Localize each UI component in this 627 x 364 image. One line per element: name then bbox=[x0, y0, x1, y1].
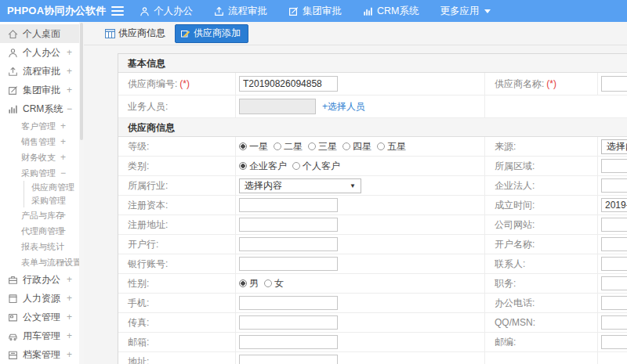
agent-mgmt-expand-icon[interactable]: + bbox=[60, 225, 66, 236]
position-input[interactable] bbox=[601, 276, 627, 290]
finance-income-expense-expand-icon[interactable]: + bbox=[60, 152, 66, 163]
sidebar-subitem-purchase-mgmt[interactable]: 采购管理− bbox=[0, 165, 82, 181]
edit-icon bbox=[7, 85, 18, 96]
sidebar-subitem-reports-stats[interactable]: 报表与统计 bbox=[0, 239, 82, 254]
source-select[interactable]: 选择内容▼ bbox=[601, 139, 627, 154]
sidebar-item-group-approval[interactable]: 集团审批+ bbox=[0, 81, 82, 99]
caret-down-icon: ▼ bbox=[350, 182, 356, 189]
radio-icon bbox=[264, 279, 272, 287]
sales-mgmt-expand-icon[interactable]: + bbox=[60, 136, 66, 147]
sidebar-item-workflow-approval[interactable]: 流程审批+ bbox=[0, 62, 82, 81]
website-input[interactable] bbox=[601, 218, 627, 232]
industry-select[interactable]: 选择内容▼ bbox=[239, 178, 361, 193]
field-label: 供应商名称: bbox=[495, 77, 544, 91]
tab-supplier-add[interactable]: 供应商添加 bbox=[175, 24, 248, 43]
sidebar-subitem-label: 供应商管理 bbox=[31, 182, 74, 193]
email-input[interactable] bbox=[239, 335, 338, 349]
form-row: 开户行:开户名称: bbox=[118, 235, 627, 254]
product-inventory-expand-icon[interactable]: + bbox=[60, 210, 66, 221]
fax-input[interactable] bbox=[239, 315, 338, 330]
sidebar-subitem-customer-mgmt[interactable]: 客户管理+ bbox=[0, 118, 82, 134]
scrollbar-thumb[interactable] bbox=[80, 23, 83, 140]
level-radios-option-4[interactable]: 五星 bbox=[377, 140, 406, 153]
mobile-input[interactable] bbox=[239, 296, 338, 310]
admin-office-expand-icon[interactable]: + bbox=[67, 274, 72, 285]
supplier-code-input[interactable] bbox=[239, 76, 338, 92]
tab-supplier-info[interactable]: 供应商信息 bbox=[105, 27, 165, 40]
sidebar-subitem-form-workflow-settings[interactable]: 表单与流程设置+ bbox=[0, 254, 82, 270]
document-mgmt-expand-icon[interactable]: + bbox=[67, 312, 72, 323]
bank-account-input[interactable] bbox=[239, 257, 338, 271]
sidebar-item-personal-desktop[interactable]: 个人桌面 bbox=[0, 24, 82, 43]
sidebar-subitem-product-inventory[interactable]: 产品与库存+ bbox=[0, 207, 82, 223]
sidebar-item-archive-mgmt[interactable]: 档案管理+ bbox=[0, 345, 82, 364]
bank-input[interactable] bbox=[239, 237, 338, 251]
label-cell: 来源: bbox=[485, 137, 598, 156]
legal-person-input[interactable] bbox=[601, 178, 627, 193]
archive-mgmt-expand-icon[interactable]: + bbox=[67, 349, 72, 360]
field-label: 等级: bbox=[128, 140, 149, 153]
category-radios-option-1[interactable]: 个人客户 bbox=[292, 160, 340, 173]
gender-radios-option-1[interactable]: 女 bbox=[264, 277, 284, 290]
vehicle-mgmt-expand-icon[interactable]: + bbox=[67, 330, 72, 341]
sidebar-item-admin-office[interactable]: 行政办公+ bbox=[0, 270, 82, 289]
section-header-supplier-info: 供应商信息 bbox=[118, 118, 627, 137]
sidebar-item-document-mgmt[interactable]: 公文管理+ bbox=[0, 308, 82, 326]
supplier-name-input[interactable] bbox=[601, 76, 627, 92]
label-cell: 职务: bbox=[485, 274, 598, 293]
account-name-input[interactable] bbox=[601, 237, 627, 251]
level-radios-option-1[interactable]: 二星 bbox=[274, 140, 303, 153]
field-label: 业务人员: bbox=[128, 100, 168, 114]
sidebar-subitem-purchase-mgmt-sub[interactable]: 采购管理 bbox=[24, 194, 82, 207]
sidebar-subitem-supplier-mgmt[interactable]: 供应商管理 bbox=[24, 181, 82, 194]
group-approval-expand-icon[interactable]: + bbox=[67, 85, 72, 96]
nav-item-label: 个人办公 bbox=[154, 5, 193, 18]
sidebar-subitem-agent-mgmt[interactable]: 代理商管理+ bbox=[0, 223, 82, 239]
registered-capital-input[interactable] bbox=[239, 198, 338, 212]
gender-radios-option-0[interactable]: 男 bbox=[239, 277, 259, 290]
level-radios-option-2[interactable]: 三星 bbox=[308, 140, 337, 153]
field-label: 地址: bbox=[128, 355, 149, 364]
sidebar-item-personal-office[interactable]: 个人办公+ bbox=[0, 43, 82, 62]
sidebar-scrollbar[interactable] bbox=[79, 22, 84, 364]
founded-date-input[interactable] bbox=[601, 198, 627, 212]
personal-office-expand-icon[interactable]: + bbox=[67, 47, 72, 58]
workflow-approval-expand-icon[interactable]: + bbox=[67, 66, 72, 77]
zipcode-input[interactable] bbox=[601, 335, 627, 349]
nav-item-workflow-approval[interactable]: 流程审批 bbox=[214, 5, 267, 18]
sidebar-item-hr[interactable]: 人力资源+ bbox=[0, 289, 82, 308]
form-row: 注册资本:成立时间: bbox=[118, 196, 627, 215]
nav-item-crm-system[interactable]: CRM系统 bbox=[363, 5, 419, 18]
form-row: 手机:办公电话: bbox=[118, 294, 627, 313]
hr-expand-icon[interactable]: + bbox=[67, 293, 72, 304]
contact-input[interactable] bbox=[601, 257, 627, 271]
value-cell bbox=[236, 352, 485, 364]
office-phone-input[interactable] bbox=[601, 296, 627, 310]
form-workflow-settings-expand-icon[interactable]: + bbox=[60, 257, 66, 268]
purchase-mgmt-expand-icon[interactable]: − bbox=[60, 168, 66, 178]
business-staff-input[interactable] bbox=[239, 99, 316, 114]
category-radios-option-0[interactable]: 企业客户 bbox=[239, 160, 287, 173]
select-staff-link[interactable]: +选择人员 bbox=[322, 100, 365, 114]
label-cell: 手机: bbox=[118, 294, 236, 312]
crm-system-expand-icon[interactable]: − bbox=[67, 103, 72, 114]
sidebar-item-label: 行政办公 bbox=[23, 273, 60, 287]
sidebar-item-vehicle-mgmt[interactable]: 用车管理+ bbox=[0, 326, 82, 345]
qq-msn-input[interactable] bbox=[601, 315, 627, 330]
level-radios-option-3[interactable]: 四星 bbox=[342, 140, 371, 153]
registered-address-input[interactable] bbox=[239, 218, 338, 232]
nav-item-more-apps[interactable]: 更多应用 bbox=[440, 5, 491, 18]
tab-label: 供应商信息 bbox=[118, 27, 165, 40]
nav-item-group-approval[interactable]: 集团审批 bbox=[288, 5, 342, 18]
level-radios-option-0[interactable]: 一星 bbox=[239, 140, 268, 153]
sidebar-subitem-finance-income-expense[interactable]: 财务收支+ bbox=[0, 150, 82, 165]
region-input[interactable] bbox=[601, 159, 627, 173]
address-input[interactable] bbox=[239, 355, 338, 364]
customer-mgmt-expand-icon[interactable]: + bbox=[60, 121, 66, 132]
menu-toggle-icon[interactable] bbox=[111, 6, 124, 16]
nav-item-personal-office[interactable]: 个人办公 bbox=[140, 5, 193, 18]
label-cell: 所属行业: bbox=[118, 176, 236, 195]
sidebar-subitem-sales-mgmt[interactable]: 销售管理+ bbox=[0, 134, 82, 150]
sidebar-item-crm-system[interactable]: CRM系统− bbox=[0, 99, 82, 118]
radio-label: 个人客户 bbox=[303, 160, 340, 173]
